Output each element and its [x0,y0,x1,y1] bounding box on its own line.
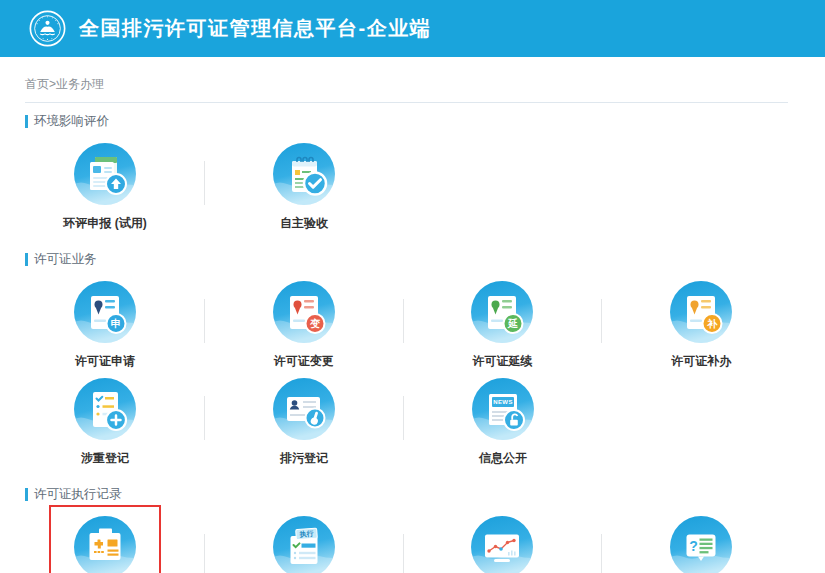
section-title-label: 许可证业务 [34,251,97,268]
notepad-check-icon [273,143,335,205]
items-row: 申许可证申请变许可证变更延许可证延续补许可证补办 [6,281,800,368]
service-item[interactable]: 延许可证延续 [404,281,602,368]
news-unlock-icon: NEWS [472,378,534,440]
section-title-bar [25,115,28,128]
svg-text:?: ? [689,538,698,554]
cert-icon: 变 [273,281,335,343]
service-item[interactable]: 排污登记 [205,378,403,465]
svg-text:变: 变 [309,318,321,329]
section-title-bar [25,488,28,501]
service-item-label: 许可证变更 [274,354,334,368]
app-title: 全国排污许可证管理信息平台-企业端 [79,15,431,42]
service-item[interactable]: 自主验收 [205,143,403,230]
svg-text:延: 延 [507,318,518,329]
service-item[interactable]: ?改正规定 [602,516,800,573]
service-item[interactable]: NEWS信息公开 [404,378,602,465]
breadcrumb[interactable]: 首页>业务办理 [25,76,788,103]
svg-text:补: 补 [706,318,718,329]
book-question-icon: ? [670,516,732,573]
sections-container: 环境影响评价环评申报 (试用)自主验收许可证业务申许可证申请变许可证变更延许可证… [25,113,800,573]
service-item[interactable]: 涉重登记 [6,378,204,465]
section-title-bar [25,253,28,266]
cert-icon: 延 [471,281,533,343]
service-item-label: 信息公开 [479,451,527,465]
items-row: 台账记录执行执行报告监测记录?改正规定 [6,516,800,573]
service-item-label: 许可证申请 [75,354,135,368]
service-item[interactable]: 台账记录 [6,516,204,573]
items-row: 涉重登记排污登记NEWS信息公开 [6,378,800,465]
service-item-label: 排污登记 [280,451,328,465]
exec-report-icon: 执行 [273,516,335,573]
app-header: 全国排污许可证管理信息平台-企业端 [0,0,825,57]
service-item-label: 自主验收 [280,216,328,230]
monitor-chart-icon [471,516,533,573]
section: 许可证业务申许可证申请变许可证变更延许可证延续补许可证补办涉重登记排污登记NEW… [25,251,800,465]
service-item[interactable]: 补许可证补办 [602,281,800,368]
service-item-label: 环评申报 (试用) [63,216,146,230]
service-item[interactable]: 执行执行报告 [205,516,403,573]
cert-icon: 申 [74,281,136,343]
section-title-label: 环境影响评价 [34,113,109,130]
service-item[interactable]: 监测记录 [404,516,602,573]
section-title: 许可证业务 [25,251,800,268]
svg-text:申: 申 [111,318,121,329]
cert-icon: 补 [670,281,732,343]
service-item[interactable]: 环评申报 (试用) [6,143,204,230]
card-hand-icon [273,378,335,440]
items-row: 环评申报 (试用)自主验收 [6,143,800,230]
svg-text:NEWS: NEWS [493,399,513,405]
section-title: 许可证执行记录 [25,486,800,503]
service-item-label: 涉重登记 [81,451,129,465]
section: 环境影响评价环评申报 (试用)自主验收 [25,113,800,230]
mee-logo-icon [29,10,66,47]
section-title: 环境影响评价 [25,113,800,130]
checklist-plus-icon [74,378,136,440]
ledger-icon [74,516,136,573]
main-content: 首页>业务办理 环境影响评价环评申报 (试用)自主验收许可证业务申许可证申请变许… [0,76,825,573]
service-item-label: 许可证补办 [671,354,731,368]
section: 许可证执行记录台账记录执行执行报告监测记录?改正规定 [25,486,800,573]
service-item[interactable]: 变许可证变更 [205,281,403,368]
section-title-label: 许可证执行记录 [34,486,122,503]
service-item-label: 许可证延续 [472,354,532,368]
service-item[interactable]: 申许可证申请 [6,281,204,368]
docs-upload-icon [74,143,136,205]
